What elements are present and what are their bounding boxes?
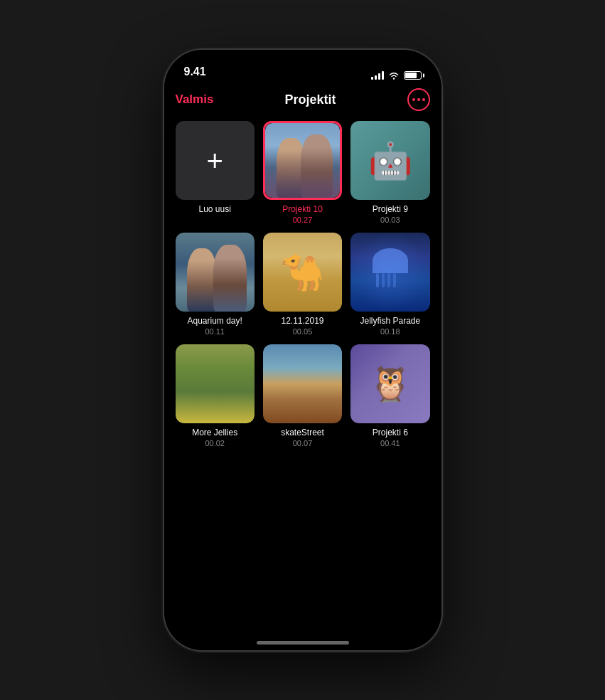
project-duration-proj9: 00.03 — [380, 216, 400, 224]
aquarium-person-2 — [213, 245, 247, 312]
project-item-date2019[interactable]: 🐪 12.11.2019 00.05 — [263, 233, 342, 336]
project-item-proj9[interactable]: 🤖 Projekti 9 00.03 — [350, 121, 429, 224]
more-options-button[interactable] — [407, 88, 430, 111]
create-new-label: Luo uusi — [198, 204, 230, 216]
project-duration-jellyfish: 00.18 — [380, 327, 400, 336]
back-button[interactable]: Valmis — [176, 92, 214, 107]
project-duration-date2019: 00.05 — [293, 327, 313, 336]
project-item-proj10[interactable]: Projekti 10 00.27 — [263, 121, 342, 224]
app-content: 9.41 Valmis Proj — [164, 50, 441, 650]
project-name-proj10: Projekti 10 — [282, 204, 323, 216]
project-item-jellyfish[interactable]: Jellyfish Parade 00.18 — [350, 233, 429, 336]
person-shape-2 — [301, 134, 332, 198]
project-name-morejellies: More Jellies — [192, 428, 237, 439]
project-thumb-skate[interactable] — [263, 344, 342, 423]
project-duration-morejellies: 00.02 — [205, 439, 225, 447]
phone-frame: 9.41 Valmis Proj — [164, 50, 441, 650]
create-new-thumb[interactable]: + — [176, 121, 255, 200]
project-item-skate[interactable]: skateStreet 00.07 — [263, 344, 342, 447]
project-name-date2019: 12.11.2019 — [281, 316, 323, 327]
project-thumb-jellyfish[interactable] — [350, 233, 429, 312]
project-item-aquarium[interactable]: Aquarium day! 00.11 — [176, 233, 255, 336]
project-item-proj6[interactable]: 🦉 Projekti 6 00.41 — [350, 344, 429, 447]
project-thumb-aquarium[interactable] — [176, 233, 255, 312]
wifi-icon — [388, 71, 400, 80]
project-name-jellyfish: Jellyfish Parade — [360, 316, 420, 327]
create-new-item[interactable]: + Luo uusi — [176, 121, 255, 224]
ellipsis-icon — [412, 98, 425, 101]
page-title: Projektit — [284, 92, 336, 107]
project-name-aquarium: Aquarium day! — [187, 316, 242, 327]
plus-icon: + — [206, 147, 223, 175]
project-duration-proj6: 00.41 — [380, 439, 400, 447]
jellyfish-shape — [373, 248, 408, 273]
signal-icon — [371, 71, 384, 80]
project-name-proj9: Projekti 9 — [373, 204, 408, 216]
notch — [250, 50, 356, 71]
project-thumb-proj9[interactable]: 🤖 — [350, 121, 429, 200]
project-thumb-morejellies[interactable] — [176, 344, 255, 423]
project-item-morejellies[interactable]: More Jellies 00.02 — [176, 344, 255, 447]
project-duration-proj10: 00.27 — [293, 216, 313, 224]
person-shape-1 — [277, 138, 305, 198]
status-icons — [371, 71, 422, 80]
project-name-proj6: Projekti 6 — [373, 428, 408, 439]
project-duration-aquarium: 00.11 — [205, 327, 225, 336]
home-indicator — [257, 641, 349, 645]
project-thumb-proj6[interactable]: 🦉 — [350, 344, 429, 423]
nav-bar: Valmis Projektit — [164, 84, 441, 115]
projects-grid: + Luo uusi Projekti 10 00.27 🤖 — [164, 115, 441, 626]
project-thumb-proj10[interactable] — [263, 121, 342, 200]
battery-icon — [404, 71, 422, 80]
project-thumb-date2019[interactable]: 🐪 — [263, 233, 342, 312]
project-name-skate: skateStreet — [281, 428, 324, 439]
project-duration-skate: 00.07 — [293, 439, 313, 447]
status-time: 9.41 — [184, 65, 206, 80]
